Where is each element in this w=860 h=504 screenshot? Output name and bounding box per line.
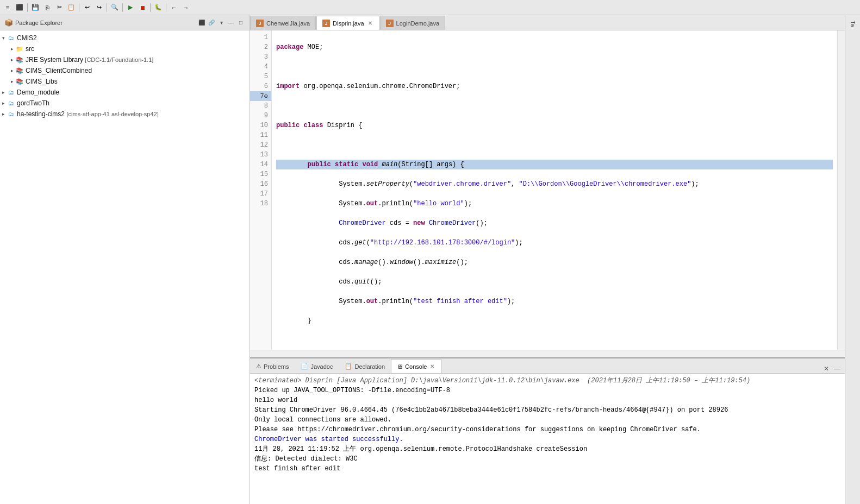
line-num-12: 12 — [250, 140, 271, 150]
collapse-all-btn[interactable]: ⬛ — [197, 18, 206, 27]
tab-console-label: Console — [405, 363, 427, 370]
tab-logindemo[interactable]: J LoginDemo.java — [380, 16, 446, 30]
toolbar-sep-1 — [27, 3, 28, 12]
toolbar-btn-nav-back[interactable]: ← — [169, 2, 179, 13]
line-num-10: 10 — [250, 121, 271, 130]
src-toggle[interactable]: ▸ — [9, 46, 15, 52]
line-num-4: 4 — [250, 62, 271, 72]
right-sidebar-tab-1[interactable]: Ta — [846, 17, 859, 30]
content-area: J ChenweiJia.java J Disprin.java ✕ J Log… — [250, 15, 845, 504]
toolbar-btn-run[interactable]: ▶ — [125, 2, 136, 13]
cmis2-label: CMIS2 — [17, 34, 37, 42]
code-line-5: public class Disprin { — [276, 121, 833, 130]
code-line-15: } — [276, 316, 833, 326]
toolbar-btn-1[interactable]: ≡ — [2, 2, 13, 13]
tree-item-demo-module[interactable]: ▸ 🗂 Demo_module — [0, 87, 250, 98]
package-explorer-icon: 📦 — [4, 18, 13, 27]
console-line-8: 信息: Detected dialect: W3C — [254, 454, 840, 464]
main-layout: 📦 Package Explorer ⬛ 🔗 ▾ — □ ▾ 🗂 CMIS2 ▸ — [0, 15, 860, 504]
code-line-10: ChromeDriver cds = new ChromeDriver(); — [276, 218, 833, 228]
javadoc-icon: 📄 — [301, 363, 308, 370]
line-num-5: 5 — [250, 72, 271, 81]
code-line-3: import org.openqa.selenium.chrome.Chrome… — [276, 81, 833, 91]
tab-problems[interactable]: ⚠ Problems — [250, 359, 295, 373]
toolbar-btn-paste[interactable]: 📋 — [66, 2, 77, 13]
tree-item-jre[interactable]: ▸ 📚 JRE System Library [CDC-1.1/Foundati… — [0, 54, 250, 65]
cims-client-icon: 📚 — [15, 66, 24, 75]
toolbar-btn-debug[interactable]: 🐛 — [153, 2, 164, 13]
editor-tab-bar: J ChenweiJia.java J Disprin.java ✕ J Log… — [250, 15, 845, 30]
toolbar-btn-cut[interactable]: ✂ — [54, 2, 65, 13]
editor-horizontal-scrollbar[interactable] — [250, 350, 845, 357]
tab-console-close[interactable]: ✕ — [429, 363, 435, 370]
toolbar-btn-save[interactable]: 💾 — [30, 2, 41, 13]
jre-toggle[interactable]: ▸ — [9, 57, 15, 62]
tab-chenweijia-icon: J — [256, 20, 264, 27]
code-line-12: cds.manage().window().maximize(); — [276, 257, 833, 267]
line-num-8: 8 — [250, 101, 271, 111]
console-line-2: hello world — [254, 395, 840, 405]
toolbar-btn-stop[interactable]: ⏹ — [137, 2, 148, 13]
package-explorer-panel: 📦 Package Explorer ⬛ 🔗 ▾ — □ ▾ 🗂 CMIS2 ▸ — [0, 15, 250, 504]
toolbar-btn-2[interactable]: ⬛ — [14, 2, 25, 13]
line-num-15: 15 — [250, 169, 271, 179]
tree-item-src[interactable]: ▸ 📁 src — [0, 43, 250, 54]
console-minimize-btn[interactable]: — — [833, 364, 842, 373]
console-line-5: Please see https://chromedriver.chromium… — [254, 425, 840, 434]
tab-logindemo-icon: J — [386, 20, 394, 27]
toolbar-btn-search[interactable]: 🔍 — [109, 2, 120, 13]
main-toolbar: ≡ ⬛ 💾 ⎘ ✂ 📋 ↩ ↪ 🔍 ▶ ⏹ 🐛 ← → — [0, 0, 860, 15]
problems-icon: ⚠ — [256, 363, 261, 370]
tab-javadoc[interactable]: 📄 Javadoc — [295, 359, 339, 373]
tree-item-gordtwoth[interactable]: ▸ 🗂 gordTwoTh — [0, 98, 250, 109]
line-num-1: 1 — [250, 33, 271, 42]
code-line-2 — [276, 62, 833, 72]
console-tab-actions: ✕ — — [822, 364, 845, 373]
console-line-4: Only local connections are allowed. — [254, 415, 840, 425]
tab-disprin[interactable]: J Disprin.java ✕ — [316, 16, 379, 30]
link-with-editor-btn[interactable]: 🔗 — [207, 18, 216, 27]
package-explorer-title: 📦 Package Explorer — [4, 18, 63, 27]
line-num-6: 6 — [250, 81, 271, 91]
tab-chenweijia[interactable]: J ChenweiJia.java — [250, 16, 316, 30]
package-explorer-header: 📦 Package Explorer ⬛ 🔗 ▾ — □ — [0, 15, 250, 30]
toolbar-sep-6 — [166, 3, 166, 12]
gordtwoth-toggle[interactable]: ▸ — [0, 100, 7, 106]
tree-item-cims-client[interactable]: ▸ 📚 CIMS_ClientCombined — [0, 65, 250, 76]
console-line-6: ChromeDriver was started successfully. — [254, 434, 840, 444]
console-terminated-line: <terminated> Disprin [Java Application] … — [254, 376, 840, 386]
console-clear-btn[interactable]: ✕ — [822, 364, 831, 373]
tab-disprin-icon: J — [322, 20, 330, 27]
toolbar-sep-4 — [122, 3, 123, 12]
cmis2-toggle[interactable]: ▾ — [0, 35, 7, 41]
toolbar-btn-undo[interactable]: ↩ — [82, 2, 92, 13]
toolbar-btn-redo[interactable]: ↪ — [94, 2, 104, 13]
toolbar-btn-copy[interactable]: ⎘ — [42, 2, 53, 13]
gordtwoth-icon: 🗂 — [7, 99, 15, 108]
demo-module-toggle[interactable]: ▸ — [0, 90, 7, 95]
cims-client-toggle[interactable]: ▸ — [9, 68, 15, 73]
package-explorer-label: Package Explorer — [15, 20, 63, 26]
tree-item-cmis2[interactable]: ▾ 🗂 CMIS2 — [0, 33, 250, 43]
line-num-9: 9 — [250, 111, 271, 121]
code-content[interactable]: package MOE; import org.openqa.selenium.… — [272, 30, 837, 350]
minimize-panel-btn[interactable]: — — [227, 18, 235, 27]
view-menu-btn[interactable]: ▾ — [217, 18, 226, 27]
console-output: <terminated> Disprin [Java Application] … — [250, 374, 845, 504]
maximize-panel-btn[interactable]: □ — [236, 18, 245, 27]
code-line-13: cds.quit(); — [276, 277, 833, 287]
toolbar-btn-nav-fwd[interactable]: → — [180, 2, 191, 13]
tab-logindemo-label: LoginDemo.java — [396, 20, 440, 27]
gordtwoth-label: gordTwoTh — [17, 99, 49, 107]
ha-testing-toggle[interactable]: ▸ — [0, 111, 7, 117]
line-num-11: 11 — [250, 130, 271, 140]
tab-console[interactable]: 🖥 Console ✕ — [391, 359, 441, 373]
tab-disprin-close[interactable]: ✕ — [367, 20, 373, 27]
cims-client-label: CIMS_ClientCombined — [26, 67, 92, 74]
tree-item-cims-libs[interactable]: ▸ 📚 CIMS_Libs — [0, 76, 250, 87]
tree-item-ha-testing[interactable]: ▸ 🗂 ha-testing-cims2 [cims-atf-app-41 as… — [0, 109, 250, 119]
editor-vertical-scrollbar[interactable] — [837, 30, 845, 350]
tab-declaration[interactable]: 📋 Declaration — [339, 359, 391, 373]
bottom-tab-bar: ⚠ Problems 📄 Javadoc 📋 Declaration 🖥 Con… — [250, 358, 845, 374]
cims-libs-toggle[interactable]: ▸ — [9, 79, 15, 84]
